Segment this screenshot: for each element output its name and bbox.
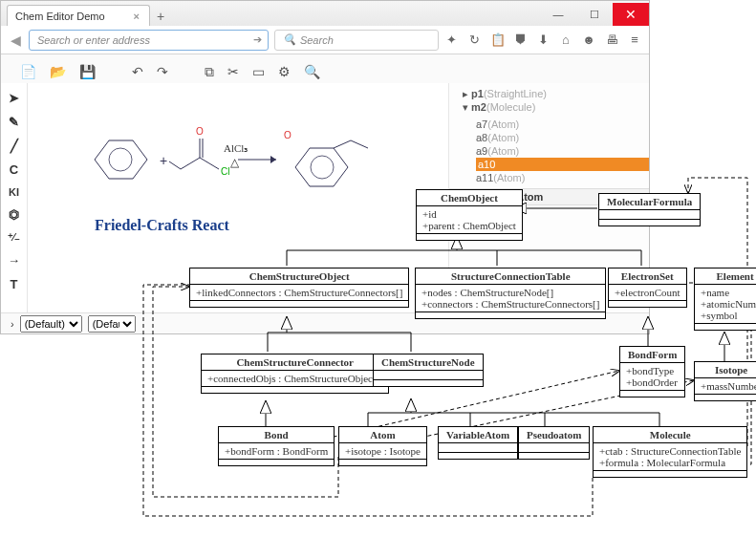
class-ChemStructureNode: ChemStructureNode bbox=[373, 354, 484, 387]
new-tab-button[interactable]: + bbox=[150, 7, 171, 26]
settings-icon[interactable]: ⚙ bbox=[278, 64, 291, 79]
browser-tab[interactable]: Chem Editor Demo × bbox=[7, 5, 150, 26]
open-icon[interactable]: 📂 bbox=[50, 64, 66, 79]
svg-text:Cl: Cl bbox=[221, 166, 229, 177]
editor-toolbar: 📄 📂 💾 ↶ ↷ ⧉ ✂ ▭ ⚙ 🔍 bbox=[1, 54, 649, 83]
tree-node-p1[interactable]: ▸ p1(StraightLine) bbox=[463, 87, 649, 100]
charge-tool[interactable]: ⁺∕₋ bbox=[8, 231, 21, 244]
copy-icon[interactable]: ⧉ bbox=[205, 64, 214, 80]
svg-line-15 bbox=[334, 140, 351, 148]
redo-icon[interactable]: ↷ bbox=[157, 64, 168, 79]
svg-line-9 bbox=[169, 161, 181, 169]
tree-node-a11[interactable]: a11(Atom) bbox=[476, 171, 649, 184]
class-Bond: Bond +bondForm : BondForm bbox=[218, 426, 335, 466]
face-icon[interactable]: ☻ bbox=[582, 32, 595, 47]
tree-node-a8[interactable]: a8(Atom) bbox=[476, 131, 649, 144]
pocket-icon[interactable]: ⛊ bbox=[513, 32, 527, 47]
menu-icon[interactable]: ≡ bbox=[628, 32, 641, 47]
class-ElectronSet: ElectronSet +electronCount bbox=[608, 268, 687, 308]
nav-icon-group: ✦ ↻ 📋 ⛊ ⬇ ⌂ ☻ 🖶 ≡ bbox=[444, 32, 641, 47]
svg-text:O: O bbox=[284, 130, 292, 140]
svg-line-16 bbox=[351, 140, 368, 148]
molecule-sketch: + O Cl O bbox=[47, 93, 372, 226]
titlebar: Chem Editor Demo × + — ☐ ✕ bbox=[1, 1, 649, 26]
url-input[interactable]: Search or enter address bbox=[29, 30, 269, 51]
arrow-tool[interactable]: → bbox=[8, 253, 20, 268]
carbon-tool[interactable]: C bbox=[10, 162, 18, 177]
svg-line-3 bbox=[181, 158, 200, 169]
text-tool[interactable]: T bbox=[11, 277, 18, 291]
tab-close-icon[interactable]: × bbox=[134, 11, 140, 22]
line-tool[interactable]: ╱ bbox=[11, 139, 18, 153]
status-select-1[interactable]: (Default) bbox=[20, 315, 82, 333]
tool-icon[interactable]: ✦ bbox=[444, 32, 458, 47]
class-MolecularFormula: MolecularFormula bbox=[598, 193, 701, 226]
search-placeholder: Search bbox=[300, 34, 334, 46]
reagent-label: AlCl₃ bbox=[224, 142, 248, 155]
class-StructureConnectionTable: StructureConnectionTable +nodes : ChemSt… bbox=[415, 268, 606, 319]
back-button[interactable]: ◀ bbox=[9, 32, 23, 48]
search-input[interactable]: 🔍 Search bbox=[274, 30, 439, 51]
status-select-2[interactable]: (Defaul bbox=[88, 315, 136, 333]
clipboard-icon[interactable]: 📋 bbox=[490, 32, 504, 47]
side-toolbar: ➤ ✎ ╱ C KI ⏣ ⁺∕₋ → T bbox=[1, 83, 28, 312]
tree-node-m2[interactable]: ▾ m2(Molecule) bbox=[463, 100, 649, 114]
class-Pseudoatom: Pseudoatom bbox=[518, 426, 590, 460]
class-ChemStructureObject: ChemStructureObject +linkedConnectors : … bbox=[189, 268, 409, 308]
tree-node-a10[interactable]: a10 bbox=[476, 158, 649, 171]
print-icon[interactable]: 🖶 bbox=[605, 32, 618, 47]
minimize-button[interactable]: — bbox=[540, 3, 576, 26]
svg-line-7 bbox=[200, 158, 219, 169]
svg-text:+: + bbox=[160, 153, 167, 168]
class-Element: Element +name+atomicNumber+symbol bbox=[694, 268, 756, 331]
zoom-icon[interactable]: 🔍 bbox=[304, 64, 320, 79]
tree-node-a9[interactable]: a9(Atom) bbox=[476, 144, 649, 158]
window-buttons: — ☐ ✕ bbox=[540, 3, 649, 26]
navbar: ◀ Search or enter address 🔍 Search ✦ ↻ 📋… bbox=[1, 26, 649, 54]
kl-tool[interactable]: KI bbox=[9, 186, 19, 198]
home-icon[interactable]: ⌂ bbox=[559, 32, 572, 47]
expand-icon[interactable]: › bbox=[11, 318, 14, 330]
class-BondForm: BondForm +bondType+bondOrder bbox=[619, 346, 685, 397]
url-placeholder: Search or enter address bbox=[37, 34, 150, 46]
paste-icon[interactable]: ▭ bbox=[252, 64, 265, 79]
heat-icon: △ bbox=[230, 156, 239, 170]
class-Isotope: Isotope +massNumber bbox=[694, 361, 756, 401]
svg-point-1 bbox=[109, 148, 132, 171]
svg-marker-11 bbox=[270, 156, 276, 163]
maximize-button[interactable]: ☐ bbox=[576, 3, 613, 26]
download-icon[interactable]: ⬇ bbox=[536, 32, 550, 47]
svg-point-14 bbox=[311, 156, 334, 179]
close-window-button[interactable]: ✕ bbox=[613, 3, 649, 26]
select-tool[interactable]: ➤ bbox=[9, 91, 19, 105]
ring-tool[interactable]: ⏣ bbox=[9, 207, 19, 222]
class-Atom: Atom +isotope : Isotope bbox=[338, 426, 427, 466]
class-ChemObject: ChemObject +id+parent : ChemObject bbox=[416, 189, 523, 241]
tree-node-a7[interactable]: a7(Atom) bbox=[476, 118, 649, 131]
svg-marker-13 bbox=[295, 148, 348, 186]
class-ChemStructureConnector: ChemStructureConnector +connectedObjs : … bbox=[201, 354, 389, 394]
svg-marker-0 bbox=[95, 140, 147, 179]
class-VariableAtom: VariableAtom bbox=[438, 426, 518, 460]
new-doc-icon[interactable]: 📄 bbox=[20, 64, 36, 79]
erase-tool[interactable]: ✎ bbox=[9, 115, 19, 129]
save-icon[interactable]: 💾 bbox=[79, 64, 96, 79]
tab-title: Chem Editor Demo bbox=[15, 11, 105, 22]
svg-text:O: O bbox=[196, 126, 204, 137]
cut-icon[interactable]: ✂ bbox=[227, 64, 239, 79]
refresh-icon[interactable]: ↻ bbox=[467, 32, 481, 47]
class-Molecule: Molecule +ctab : StructureConnectionTabl… bbox=[593, 426, 747, 478]
undo-icon[interactable]: ↶ bbox=[132, 64, 143, 79]
reaction-caption: Friedel-Crafts React bbox=[95, 217, 229, 234]
search-icon: 🔍 bbox=[283, 33, 296, 46]
